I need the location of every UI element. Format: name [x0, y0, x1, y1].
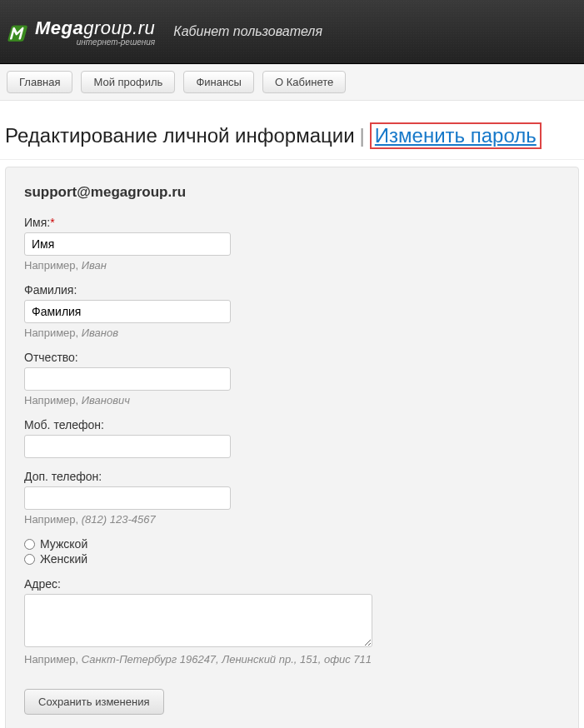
- mobile-input[interactable]: [24, 435, 231, 458]
- gender-male-radio[interactable]: [24, 539, 35, 550]
- brand-name: Megagroup.ru: [35, 17, 155, 39]
- logo-icon: [7, 22, 30, 46]
- first-name-label: Имя:*: [24, 216, 560, 229]
- gender-group: Мужской Женский: [24, 537, 560, 566]
- gender-male-label: Мужской: [40, 537, 87, 551]
- cabinet-title: Кабинет пользователя: [173, 24, 322, 39]
- address-input[interactable]: [24, 594, 372, 647]
- page-title: Редактирование личной информации: [5, 124, 355, 147]
- extra-phone-hint: Например, (812) 123-4567: [24, 513, 560, 526]
- patronymic-hint: Например, Иванович: [24, 394, 560, 406]
- nav-finance[interactable]: Финансы: [183, 71, 254, 93]
- last-name-input[interactable]: [24, 300, 231, 323]
- header: Megagroup.ru интернет-решения Кабинет по…: [0, 0, 584, 64]
- patronymic-label: Отчество:: [24, 351, 560, 364]
- field-mobile: Моб. телефон:: [24, 418, 560, 458]
- field-address: Адрес: Например, Санкт-Петербург 196247,…: [24, 577, 560, 666]
- brand-tagline: интернет-решения: [35, 37, 155, 47]
- gender-female-row[interactable]: Женский: [24, 552, 560, 566]
- nav-profile[interactable]: Мой профиль: [81, 71, 175, 93]
- address-label: Адрес:: [24, 577, 560, 591]
- first-name-input[interactable]: [24, 232, 231, 256]
- field-first-name: Имя:* Например, Иван: [24, 216, 560, 272]
- page-title-row: Редактирование личной информации | Измен…: [0, 101, 584, 160]
- title-separator: |: [360, 124, 365, 147]
- extra-phone-label: Доп. телефон:: [24, 470, 560, 483]
- nav-home[interactable]: Главная: [7, 71, 72, 93]
- gender-female-radio[interactable]: [24, 554, 35, 565]
- last-name-label: Фамилия:: [24, 283, 560, 297]
- field-last-name: Фамилия: Например, Иванов: [24, 283, 560, 339]
- last-name-hint: Например, Иванов: [24, 327, 560, 339]
- navbar: Главная Мой профиль Финансы О Кабинете: [0, 64, 584, 101]
- first-name-hint: Например, Иван: [24, 259, 560, 272]
- gender-male-row[interactable]: Мужской: [24, 537, 560, 551]
- extra-phone-input[interactable]: [24, 486, 231, 510]
- form-panel: support@megagroup.ru Имя:* Например, Ива…: [5, 167, 579, 728]
- logo[interactable]: Megagroup.ru интернет-решения: [7, 17, 155, 47]
- gender-female-label: Женский: [40, 552, 87, 566]
- field-patronymic: Отчество: Например, Иванович: [24, 351, 560, 406]
- user-email: support@megagroup.ru: [24, 184, 560, 201]
- mobile-label: Моб. телефон:: [24, 418, 560, 431]
- nav-about[interactable]: О Кабинете: [262, 71, 346, 93]
- field-extra-phone: Доп. телефон: Например, (812) 123-4567: [24, 470, 560, 526]
- address-hint: Например, Санкт-Петербург 196247, Ленинс…: [24, 653, 560, 666]
- change-password-link[interactable]: Изменить пароль: [370, 122, 542, 149]
- patronymic-input[interactable]: [24, 367, 231, 391]
- save-button[interactable]: Сохранить изменения: [24, 689, 164, 715]
